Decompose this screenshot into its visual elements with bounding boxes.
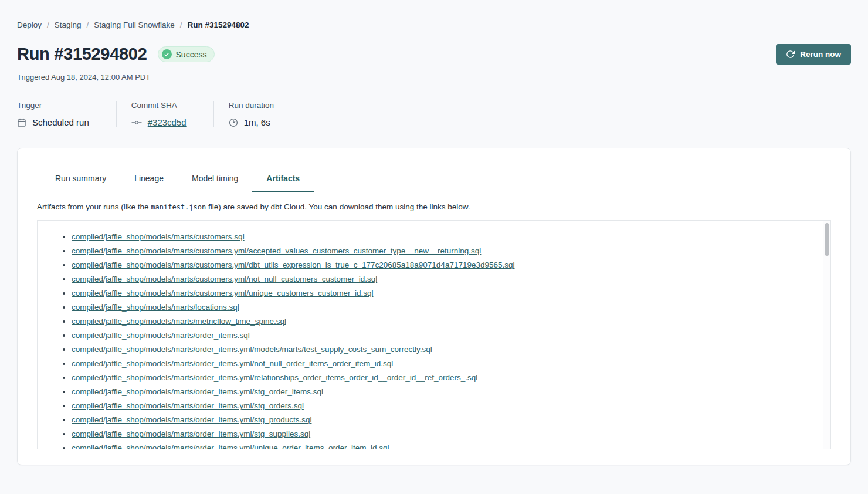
tab-model-timing[interactable]: Model timing [178, 165, 252, 192]
artifact-list: compiled/jaffle_shop/models/marts/custom… [38, 221, 830, 449]
artifact-list-item: compiled/jaffle_shop/models/marts/order_… [72, 399, 816, 413]
meta-duration: Run duration 1m, 6s [213, 101, 301, 127]
run-detail-page: Deploy / Staging / Staging Full Snowflak… [0, 0, 868, 465]
tab-bar: Run summary Lineage Model timing Artifac… [37, 165, 831, 192]
trigger-value: Scheduled run [32, 117, 89, 127]
run-detail-card: Run summary Lineage Model timing Artifac… [17, 148, 851, 465]
breadcrumb-item-staging[interactable]: Staging [55, 21, 82, 29]
tab-run-summary[interactable]: Run summary [41, 165, 120, 192]
calendar-icon [17, 118, 26, 127]
artifact-link[interactable]: compiled/jaffle_shop/models/marts/order_… [72, 331, 250, 340]
commit-label: Commit SHA [131, 101, 187, 110]
manifest-json-code: manifest.json [151, 203, 206, 211]
artifact-link[interactable]: compiled/jaffle_shop/models/marts/order_… [72, 401, 304, 410]
page-header: Run #315294802 Success Rerun now [17, 44, 851, 65]
breadcrumb: Deploy / Staging / Staging Full Snowflak… [17, 0, 851, 29]
artifact-link[interactable]: compiled/jaffle_shop/models/marts/order_… [72, 415, 311, 424]
breadcrumb-separator: / [47, 21, 49, 29]
artifact-list-item: compiled/jaffle_shop/models/marts/custom… [72, 272, 816, 286]
artifact-link[interactable]: compiled/jaffle_shop/models/marts/custom… [72, 289, 373, 297]
artifacts-description: Artifacts from your runs (like the manif… [37, 202, 831, 211]
artifact-list-item: compiled/jaffle_shop/models/marts/order_… [72, 385, 816, 399]
meta-commit: Commit SHA #323cd5d [116, 101, 213, 127]
tab-artifacts[interactable]: Artifacts [252, 165, 314, 192]
artifact-list-item: compiled/jaffle_shop/models/marts/custom… [72, 230, 816, 244]
clock-icon [229, 118, 238, 127]
git-commit-icon [131, 118, 142, 127]
artifact-list-item: compiled/jaffle_shop/models/marts/order_… [72, 329, 816, 343]
rerun-button-label: Rerun now [800, 50, 841, 59]
artifact-link[interactable]: compiled/jaffle_shop/models/marts/order_… [72, 444, 389, 449]
breadcrumb-item-deploy[interactable]: Deploy [17, 21, 42, 29]
artifact-link[interactable]: compiled/jaffle_shop/models/marts/custom… [72, 246, 481, 255]
artifact-link[interactable]: compiled/jaffle_shop/models/marts/custom… [72, 260, 515, 269]
breadcrumb-separator: / [87, 21, 89, 29]
status-badge: Success [158, 46, 215, 62]
trigger-label: Trigger [17, 101, 89, 110]
rerun-icon [786, 50, 795, 59]
artifacts-description-text: Artifacts from your runs (like the [37, 202, 151, 211]
artifact-list-item: compiled/jaffle_shop/models/marts/locati… [72, 300, 816, 314]
artifact-list-item: compiled/jaffle_shop/models/marts/order_… [72, 427, 816, 441]
artifact-link[interactable]: compiled/jaffle_shop/models/marts/custom… [72, 275, 377, 283]
artifact-link[interactable]: compiled/jaffle_shop/models/marts/order_… [72, 387, 323, 396]
check-circle-icon [162, 49, 172, 59]
artifact-list-item: compiled/jaffle_shop/models/marts/order_… [72, 441, 816, 449]
artifact-link[interactable]: compiled/jaffle_shop/models/marts/metric… [72, 317, 286, 326]
breadcrumb-item-run: Run #315294802 [187, 21, 249, 29]
breadcrumb-separator: / [180, 21, 182, 29]
rerun-now-button[interactable]: Rerun now [776, 44, 851, 65]
page-title: Run #315294802 [17, 45, 147, 64]
artifact-list-item: compiled/jaffle_shop/models/marts/metric… [72, 314, 816, 329]
artifact-list-item: compiled/jaffle_shop/models/marts/custom… [72, 286, 816, 300]
breadcrumb-item-job[interactable]: Staging Full Snowflake [94, 21, 174, 29]
duration-label: Run duration [229, 101, 274, 110]
artifact-list-item: compiled/jaffle_shop/models/marts/custom… [72, 244, 816, 258]
vertical-scrollbar[interactable] [823, 221, 830, 449]
artifact-link[interactable]: compiled/jaffle_shop/models/marts/order_… [72, 359, 393, 368]
artifact-link[interactable]: compiled/jaffle_shop/models/marts/order_… [72, 345, 432, 354]
artifact-list-container: compiled/jaffle_shop/models/marts/custom… [37, 220, 831, 449]
commit-sha-link[interactable]: #323cd5d [148, 117, 187, 127]
artifacts-description-text: file) are saved by dbt Cloud. You can do… [206, 202, 470, 211]
artifact-link[interactable]: compiled/jaffle_shop/models/marts/order_… [72, 429, 310, 438]
status-badge-label: Success [176, 50, 207, 59]
artifact-list-item: compiled/jaffle_shop/models/marts/order_… [72, 357, 816, 371]
duration-value: 1m, 6s [244, 117, 270, 127]
scrollbar-thumb[interactable] [825, 223, 829, 256]
artifact-list-item: compiled/jaffle_shop/models/marts/order_… [72, 413, 816, 427]
run-meta-row: Trigger Scheduled run Commit SHA #323cd5… [17, 101, 851, 127]
tab-lineage[interactable]: Lineage [120, 165, 178, 192]
artifact-list-item: compiled/jaffle_shop/models/marts/order_… [72, 371, 816, 385]
artifact-link[interactable]: compiled/jaffle_shop/models/marts/order_… [72, 373, 477, 382]
artifact-list-item: compiled/jaffle_shop/models/marts/order_… [72, 343, 816, 357]
artifact-list-item: compiled/jaffle_shop/models/marts/custom… [72, 258, 816, 272]
meta-trigger: Trigger Scheduled run [17, 101, 116, 127]
artifact-link[interactable]: compiled/jaffle_shop/models/marts/locati… [72, 303, 239, 312]
triggered-timestamp: Triggered Aug 18, 2024, 12:00 AM PDT [17, 73, 851, 82]
artifact-link[interactable]: compiled/jaffle_shop/models/marts/custom… [72, 232, 245, 241]
